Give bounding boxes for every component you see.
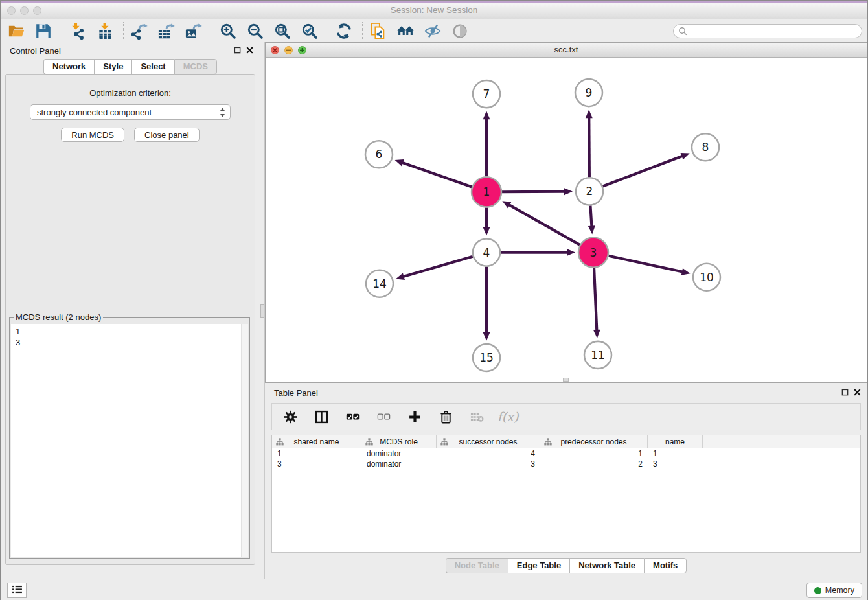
mcds-result-text[interactable]: 1 3 bbox=[11, 324, 248, 557]
table-cell[interactable]: dominator bbox=[361, 449, 437, 458]
float-table-panel-icon[interactable] bbox=[841, 388, 849, 398]
toolbar-separator bbox=[123, 22, 124, 40]
delete-rows-icon[interactable] bbox=[437, 408, 455, 426]
optimization-criterion-select[interactable]: strongly connected component bbox=[30, 104, 231, 120]
column-header-filler bbox=[703, 435, 860, 448]
graph-edge-2-3[interactable] bbox=[588, 205, 595, 234]
svg-text:3: 3 bbox=[590, 246, 597, 259]
graph-edge-4-14[interactable] bbox=[396, 257, 473, 280]
run-mcds-button[interactable]: Run MCDS bbox=[61, 128, 124, 142]
zoom-out-icon[interactable] bbox=[246, 22, 264, 40]
close-panel-icon[interactable] bbox=[246, 46, 253, 56]
table-cell[interactable]: 4 bbox=[437, 449, 540, 458]
tab-network[interactable]: Network bbox=[43, 59, 94, 75]
import-network-icon[interactable] bbox=[69, 22, 87, 40]
column-header-successor-nodes[interactable]: successor nodes bbox=[437, 435, 540, 448]
graph-edge-1-2[interactable] bbox=[502, 188, 573, 195]
graph-node-2[interactable]: 2 bbox=[576, 178, 603, 205]
home-neighbors-icon[interactable] bbox=[396, 22, 415, 40]
tab-edge-table[interactable]: Edge Table bbox=[508, 558, 569, 573]
zoom-in-icon[interactable] bbox=[219, 22, 237, 40]
graph-edge-1-4[interactable] bbox=[483, 207, 490, 235]
table-cell[interactable]: 1 bbox=[272, 449, 361, 458]
right-column: scc.txt 7968124314101511 Table Panel f(x… bbox=[265, 42, 867, 579]
window-title: Session: New Session bbox=[1, 5, 867, 15]
table-row[interactable]: 1dominator411 bbox=[272, 448, 860, 459]
panel-splitter[interactable] bbox=[260, 42, 265, 579]
graph-node-15[interactable]: 15 bbox=[473, 344, 500, 371]
tab-style[interactable]: Style bbox=[94, 59, 131, 75]
graph-edge-3-11[interactable] bbox=[593, 268, 600, 338]
table-cell[interactable]: 3 bbox=[437, 459, 540, 468]
list-icon bbox=[12, 584, 23, 596]
tab-network-table[interactable]: Network Table bbox=[569, 558, 644, 573]
column-label: shared name bbox=[293, 437, 339, 446]
save-session-icon[interactable] bbox=[34, 22, 52, 40]
task-history-button[interactable] bbox=[7, 583, 27, 598]
graph-edge-2-8[interactable] bbox=[603, 153, 690, 187]
network-canvas[interactable]: 7968124314101511 bbox=[266, 58, 867, 382]
status-bar: Memory bbox=[1, 579, 867, 600]
memory-button[interactable]: Memory bbox=[806, 583, 862, 598]
export-image-icon[interactable] bbox=[185, 22, 203, 40]
graph-edge-1-6[interactable] bbox=[395, 159, 472, 187]
mcds-result-scrollbar[interactable] bbox=[241, 324, 248, 557]
graph-edge-1-7[interactable] bbox=[483, 111, 490, 176]
graph-node-8[interactable]: 8 bbox=[692, 133, 719, 161]
graph-node-3[interactable]: 3 bbox=[578, 238, 608, 268]
column-header-name[interactable]: name bbox=[648, 435, 703, 448]
float-panel-icon[interactable] bbox=[234, 46, 241, 56]
tab-node-table[interactable]: Node Table bbox=[446, 558, 508, 573]
tab-mcds[interactable]: MCDS bbox=[174, 59, 217, 75]
refresh-layout-icon[interactable] bbox=[335, 22, 353, 40]
zoom-selected-icon[interactable] bbox=[301, 22, 319, 40]
import-table-icon[interactable] bbox=[96, 22, 114, 40]
memory-label: Memory bbox=[825, 586, 854, 595]
table-row[interactable]: 3dominator323 bbox=[272, 459, 860, 469]
clone-network-icon[interactable] bbox=[369, 22, 387, 40]
table-cell[interactable]: 2 bbox=[540, 459, 648, 468]
table-cell[interactable]: 3 bbox=[648, 459, 703, 468]
toolbar-separator bbox=[212, 22, 212, 40]
tab-select[interactable]: Select bbox=[131, 59, 174, 75]
graph-edge-3-10[interactable] bbox=[608, 256, 690, 275]
table-cell[interactable]: dominator bbox=[361, 459, 437, 468]
graph-edge-3-1[interactable] bbox=[502, 201, 580, 245]
function-builder-icon: f(x) bbox=[499, 408, 517, 426]
column-header-shared-name[interactable]: shared name bbox=[272, 435, 361, 448]
graph-node-11[interactable]: 11 bbox=[584, 341, 611, 369]
graph-node-9[interactable]: 9 bbox=[575, 79, 602, 106]
graph-node-6[interactable]: 6 bbox=[365, 141, 393, 168]
table-cell[interactable]: 1 bbox=[648, 449, 703, 458]
show-columns-icon[interactable] bbox=[312, 408, 330, 426]
graph-edge-4-15[interactable] bbox=[483, 267, 490, 341]
search-input[interactable] bbox=[673, 24, 862, 38]
select-all-icon[interactable] bbox=[343, 408, 361, 426]
export-network-icon[interactable] bbox=[130, 22, 148, 40]
create-column-icon[interactable] bbox=[405, 408, 424, 426]
deselect-all-icon[interactable] bbox=[374, 408, 393, 426]
canvas-resize-grip[interactable] bbox=[563, 378, 569, 382]
graph-node-10[interactable]: 10 bbox=[693, 264, 720, 291]
graph-node-1[interactable]: 1 bbox=[472, 177, 501, 207]
table-panel-tabs: Node TableEdge TableNetwork TableMotifs bbox=[265, 553, 867, 579]
tab-motifs[interactable]: Motifs bbox=[644, 558, 687, 573]
open-file-icon[interactable] bbox=[7, 22, 25, 40]
zoom-fit-icon[interactable] bbox=[273, 22, 291, 40]
table-cell[interactable]: 3 bbox=[272, 459, 361, 468]
graph-node-7[interactable]: 7 bbox=[473, 80, 500, 108]
graph-node-14[interactable]: 14 bbox=[366, 270, 393, 297]
splitter-grip[interactable] bbox=[260, 304, 264, 318]
close-table-panel-icon[interactable] bbox=[854, 388, 861, 398]
close-panel-button[interactable]: Close panel bbox=[134, 128, 200, 142]
svg-text:4: 4 bbox=[483, 246, 490, 259]
column-header-MCDS-role[interactable]: MCDS role bbox=[361, 435, 437, 448]
table-cell[interactable]: 1 bbox=[540, 449, 648, 458]
export-table-icon[interactable] bbox=[157, 22, 176, 40]
graph-edge-4-3[interactable] bbox=[501, 249, 575, 256]
column-header-predecessor-nodes[interactable]: predecessor nodes bbox=[540, 435, 648, 448]
settings-gear-icon[interactable] bbox=[281, 408, 299, 426]
graph-edge-2-9[interactable] bbox=[586, 110, 593, 177]
hide-details-icon[interactable] bbox=[424, 22, 442, 40]
graph-node-4[interactable]: 4 bbox=[473, 239, 500, 266]
